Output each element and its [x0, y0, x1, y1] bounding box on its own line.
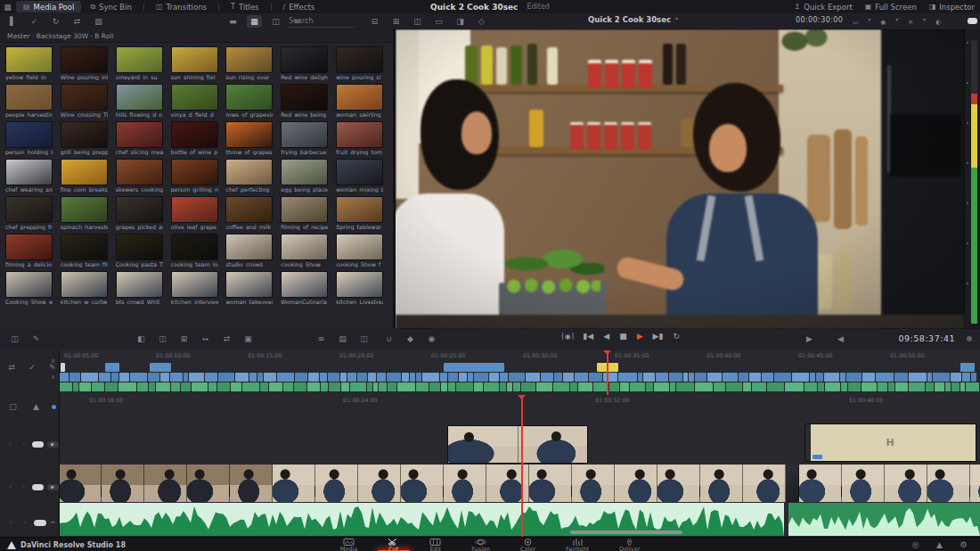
media-tool-icon[interactable]: ◇	[474, 15, 489, 28]
media-clip[interactable]: filming_a_delicio	[5, 234, 57, 267]
overview-clip-segment[interactable]	[388, 382, 397, 391]
filmstrip-frame[interactable]	[401, 465, 444, 502]
filmstrip-frame[interactable]	[144, 465, 187, 502]
track-v2-enable-toggle[interactable]	[32, 441, 44, 448]
overview-clip-segment[interactable]	[553, 382, 570, 391]
media-clip-thumbnail[interactable]	[281, 234, 328, 260]
media-clip[interactable]: yellow_field_in_	[5, 46, 57, 80]
match-frame-icon[interactable]: ▶	[802, 333, 817, 345]
media-clip-thumbnail[interactable]	[336, 159, 383, 185]
overview-clip-segment[interactable]	[951, 373, 961, 382]
media-clip-thumbnail[interactable]	[116, 271, 163, 298]
media-clip[interactable]: cooking_Show_f	[336, 234, 388, 267]
overview-clip-segment[interactable]	[320, 373, 327, 382]
overview-clip-segment[interactable]	[862, 373, 874, 382]
media-clip[interactable]: bts_crowd_Whit	[116, 271, 167, 305]
overview-clip-segment[interactable]	[208, 382, 216, 391]
overview-clip-segment[interactable]	[643, 373, 655, 382]
view-toggle-icon[interactable]: ▦	[247, 15, 262, 28]
media-clip[interactable]: Wine_crossing_TH	[61, 84, 112, 118]
media-clip-thumbnail[interactable]	[171, 271, 218, 298]
overview-clip-segment[interactable]	[59, 382, 72, 391]
filmstrip-frame[interactable]	[970, 465, 980, 502]
overview-clip-segment[interactable]	[743, 382, 751, 391]
jog-control[interactable]: ( ◉ )	[561, 333, 573, 341]
overview-clip-segment[interactable]	[638, 373, 642, 382]
overview-clip-segment[interactable]	[620, 382, 630, 391]
overview-clip-segment[interactable]	[570, 382, 577, 391]
overview-clip-segment[interactable]	[888, 382, 894, 391]
media-clip-thumbnail[interactable]	[171, 234, 218, 260]
overview-clip-segment[interactable]	[456, 382, 472, 391]
overview-clip-segment[interactable]	[148, 373, 159, 382]
timeline[interactable]: 01:00:16:0001:00:24:0001:00:32:0001:00:4…	[0, 395, 980, 538]
media-clip[interactable]: hills_flowing_d_o	[116, 84, 167, 118]
view-toggle-icon[interactable]: ◫	[268, 15, 283, 28]
overview-clip-segment[interactable]	[563, 373, 574, 382]
overview-header-icon[interactable]: ⇄	[5, 361, 18, 374]
overview-clip-segment[interactable]	[810, 373, 815, 382]
timeline-overview[interactable]: 01:00:05:0001:00:10:0001:00:15:0001:00:2…	[0, 350, 980, 395]
overview-clip-segment[interactable]	[328, 373, 339, 382]
overview-clip-segment[interactable]	[205, 373, 216, 382]
media-clip[interactable]: cooking_Show	[281, 234, 332, 267]
overview-clip-segment[interactable]	[862, 382, 877, 391]
overview-clip-segment[interactable]	[933, 373, 950, 382]
media-tool-icon[interactable]: ⊟	[367, 15, 382, 28]
filmstrip-frame[interactable]	[615, 465, 657, 502]
overview-clip-segment[interactable]	[824, 373, 839, 382]
overview-clip-segment[interactable]	[500, 382, 506, 391]
media-clip-thumbnail[interactable]	[116, 196, 163, 223]
snap-tool-icon[interactable]: ∪	[381, 333, 396, 345]
overview-clip-segment[interactable]	[825, 382, 841, 391]
page-media[interactable]: Media	[337, 538, 362, 551]
edit-tool-icon[interactable]: ⊞	[176, 333, 192, 345]
overview-clip-segment[interactable]	[373, 382, 379, 391]
inspector-button[interactable]: ◨ Inspector	[929, 3, 975, 12]
settings-icon[interactable]: ◎	[908, 539, 923, 551]
overview-clip-segment[interactable]	[105, 382, 117, 391]
media-clip-thumbnail[interactable]	[225, 84, 273, 111]
overview-clip-segment[interactable]	[841, 382, 847, 391]
overview-clip-segment[interactable]	[441, 382, 447, 391]
media-clip-thumbnail[interactable]	[171, 159, 218, 185]
overview-clip-segment[interactable]	[618, 373, 637, 382]
overview-clip-segment[interactable]	[474, 373, 488, 382]
media-clip-thumbnail[interactable]	[281, 121, 328, 148]
media-clip-thumbnail[interactable]	[61, 46, 108, 73]
overview-clip-segment[interactable]	[59, 373, 69, 382]
media-clip[interactable]: Cooking_Show_w	[5, 271, 57, 305]
media-clip[interactable]: spinach_harveste	[61, 196, 112, 230]
media-clip[interactable]: woman_swirling	[336, 84, 388, 118]
track-lock-icon[interactable]: ▢	[5, 400, 20, 413]
overview-clip-segment[interactable]	[804, 382, 817, 391]
edit-tool-icon[interactable]: ◫	[155, 333, 170, 345]
media-clip-thumbnail[interactable]	[5, 159, 53, 185]
overview-clip-segment[interactable]	[926, 382, 934, 391]
overview-clip-segment[interactable]	[184, 373, 188, 382]
search-input[interactable]	[287, 15, 355, 28]
filmstrip-frame[interactable]	[657, 465, 700, 502]
audio-clip[interactable]	[788, 503, 980, 536]
media-tool-icon[interactable]: ◫	[410, 15, 425, 28]
edit-tool-icon[interactable]: ⇄	[219, 333, 234, 345]
overview-clip-segment[interactable]	[367, 382, 372, 391]
media-clip-thumbnail[interactable]	[336, 46, 383, 73]
filmstrip-frame[interactable]	[842, 465, 885, 502]
media-clip[interactable]: fruit_drying_tom	[336, 121, 388, 155]
overview-clip-segment[interactable]	[726, 382, 742, 391]
tab-media-pool[interactable]: ▤ Media Pool	[16, 1, 81, 12]
media-clip-thumbnail[interactable]	[61, 196, 108, 223]
track-v1-fx-icon[interactable]: ◦	[19, 481, 29, 493]
resolution-icon[interactable]: ▭	[850, 16, 861, 29]
overview-clip-segment[interactable]	[816, 373, 823, 382]
snap-tool-icon[interactable]: ◆	[403, 333, 418, 345]
media-clip-thumbnail[interactable]	[281, 159, 328, 185]
media-clip-thumbnail[interactable]	[281, 271, 328, 298]
overview-clip-segment[interactable]	[739, 373, 748, 382]
overview-clip-segment[interactable]	[69, 373, 80, 382]
view-toggle-icon[interactable]: ▬	[225, 15, 241, 28]
loop-button[interactable]: ↻	[673, 332, 680, 341]
overview-clip-segment[interactable]	[111, 373, 118, 382]
overview-clip-segment[interactable]	[945, 382, 951, 391]
